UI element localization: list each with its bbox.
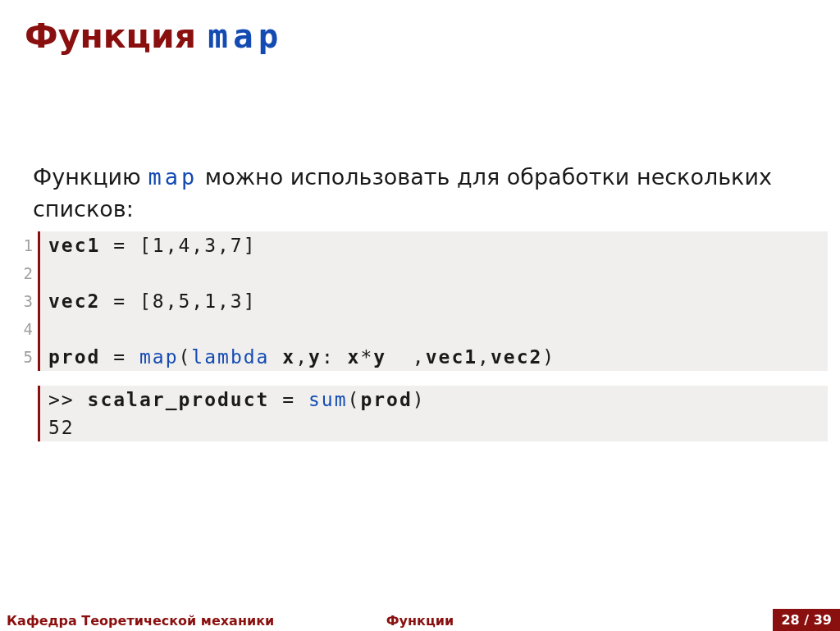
code-token: : <box>322 346 348 368</box>
code-token: , <box>386 346 426 368</box>
code-content: prod = map(lambda x,y: x*y ,vec1,vec2) <box>40 343 828 371</box>
code-token: ( <box>348 389 361 410</box>
code-content <box>40 315 828 343</box>
code-token: y <box>308 346 322 368</box>
code-token: ( <box>178 346 191 368</box>
footer: Кафедра Теоретической механики Функции 2… <box>0 608 840 631</box>
code-line: 5prod = map(lambda x,y: x*y ,vec1,vec2) <box>12 343 828 371</box>
code-token: vec2 <box>491 346 542 368</box>
code-line: 52 <box>12 414 828 441</box>
code-token: ) <box>542 346 555 368</box>
line-number <box>12 386 33 414</box>
code-token: >> <box>48 389 88 410</box>
code-token: vec2 <box>48 290 100 312</box>
code-content: 52 <box>40 414 828 441</box>
line-number: 3 <box>12 287 33 315</box>
code-token: , <box>295 346 308 368</box>
para-pre: Функцию <box>33 164 148 190</box>
code-token <box>269 346 282 368</box>
code-line: >> scalar_product = sum(prod) <box>12 386 828 414</box>
line-number <box>12 414 33 441</box>
footer-page-number: 28 / 39 <box>773 609 840 631</box>
code-block-2: >> scalar_product = sum(prod)52 <box>12 386 828 441</box>
code-line: 1vec1 = [1,4,3,7] <box>12 231 828 259</box>
code-token: y <box>373 346 386 368</box>
code-token: sum <box>308 389 348 410</box>
line-number: 5 <box>12 343 33 371</box>
code-token: map <box>139 346 179 368</box>
slide-title: Функция map <box>25 16 283 56</box>
para-code: map <box>148 164 198 190</box>
code-token: prod <box>48 346 100 368</box>
code-token: x <box>282 346 295 368</box>
intro-paragraph: Функцию map можно использовать для обраб… <box>33 161 804 225</box>
code-token: , <box>477 346 491 368</box>
code-token: x <box>348 346 361 368</box>
code-token: vec1 <box>48 235 100 256</box>
code-token: scalar_product <box>88 389 270 410</box>
line-number: 1 <box>12 231 33 259</box>
code-line: 2 <box>12 259 828 287</box>
code-token: vec1 <box>426 346 477 368</box>
code-token: = <box>100 346 139 368</box>
code-token: ) <box>413 389 426 410</box>
title-code: map <box>208 16 283 56</box>
title-word: Функция <box>25 16 196 56</box>
code-content: vec1 = [1,4,3,7] <box>40 231 828 259</box>
code-token: = [1,4,3,7] <box>100 235 256 256</box>
code-content <box>40 259 828 287</box>
code-token: prod <box>360 389 412 410</box>
code-token: * <box>360 346 373 368</box>
line-number: 4 <box>12 315 33 343</box>
footer-center: Функции <box>0 613 840 629</box>
code-block-1: 1vec1 = [1,4,3,7]2 3vec2 = [8,5,1,3]4 5p… <box>12 231 828 371</box>
code-token: lambda <box>191 346 269 368</box>
code-token: = <box>269 389 308 410</box>
code-token: = [8,5,1,3] <box>100 290 256 312</box>
code-token: 52 <box>48 417 75 438</box>
code-line: 3vec2 = [8,5,1,3] <box>12 287 828 315</box>
slide: Функция map Функцию map можно использова… <box>0 0 840 631</box>
code-line: 4 <box>12 315 828 343</box>
line-number: 2 <box>12 259 33 287</box>
code-content: vec2 = [8,5,1,3] <box>40 287 828 315</box>
code-content: >> scalar_product = sum(prod) <box>40 386 828 414</box>
